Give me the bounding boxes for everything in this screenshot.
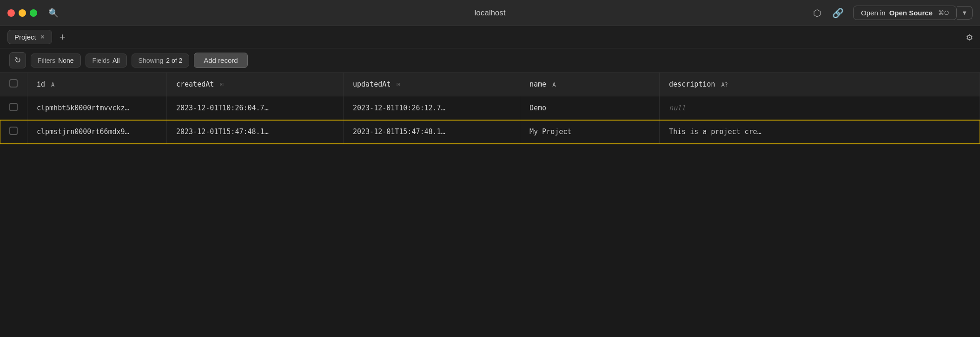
header-checkbox-cell[interactable] [0,73,27,96]
col-header-createdAt[interactable]: createdAt ⊡ [167,73,344,96]
id-sort-icon: A [51,81,54,88]
add-record-button[interactable]: Add record [194,53,247,68]
col-name-label: name [530,80,546,88]
row-checkbox-cell[interactable] [0,120,27,144]
showing-button[interactable]: Showing 2 of 2 [132,54,190,67]
row-checkbox-cell[interactable] [0,96,27,120]
cell-id: clpmstjrn0000rt66mdx9… [27,120,167,144]
fields-value: All [113,57,120,64]
cell-name: Demo [520,96,660,120]
fields-label: Fields [93,57,110,64]
showing-label: Showing [139,57,164,64]
close-button[interactable] [7,9,15,17]
search-icon: 🔍 [48,8,59,18]
table-container: id A createdAt ⊡ updatedAt ⊡ name A desc… [0,73,980,144]
open-in-label: Open in [861,9,886,17]
col-header-name[interactable]: name A [520,73,660,96]
minimize-button[interactable] [19,9,26,17]
updatedAt-filter-icon: ⊡ [397,81,400,88]
tabbar-settings: ⚙ [967,31,973,43]
tab-project[interactable]: Project ✕ [7,30,52,44]
titlebar-actions: ⬡ 🔗 Open in Open Source⌘O ▼ [811,6,973,20]
settings-icon[interactable]: ⚙ [967,31,973,43]
showing-value: 2 of 2 [166,57,182,64]
createdAt-filter-icon: ⊡ [220,81,224,88]
url-display: localhost [474,8,505,18]
cell-updatedAt: 2023-12-01T10:26:12.7… [344,96,520,120]
open-source-bold: Open Source [889,9,933,17]
table-row[interactable]: clpmstjrn0000rt66mdx9…2023-12-01T15:47:4… [0,120,980,144]
filters-label: Filters [38,57,55,64]
table-row[interactable]: clpmhbt5k0000rtmvvckz…2023-12-01T10:26:0… [0,96,980,120]
titlebar: 🔍 localhost ⬡ 🔗 Open in Open Source⌘O ▼ [0,0,980,26]
col-header-id[interactable]: id A [27,73,167,96]
cell-description: This is a project cre… [660,120,980,144]
col-header-updatedAt[interactable]: updatedAt ⊡ [344,73,520,96]
link-icon[interactable]: 🔗 [830,6,846,20]
col-createdAt-label: createdAt [176,80,214,88]
table-body: clpmhbt5k0000rtmvvckz…2023-12-01T10:26:0… [0,96,980,144]
data-table: id A createdAt ⊡ updatedAt ⊡ name A desc… [0,73,980,144]
row-checkbox[interactable] [9,127,18,135]
fields-button[interactable]: Fields All [86,54,127,67]
col-header-description[interactable]: description A? [660,73,980,96]
col-description-label: description [669,80,715,88]
toolbar: ↻ Filters None Fields All Showing 2 of 2… [0,48,980,73]
open-in-source-button[interactable]: Open in Open Source⌘O [853,6,957,20]
open-source-dropdown[interactable]: ▼ [957,6,973,20]
search-bar[interactable]: 🔍 [48,8,59,18]
traffic-lights [7,9,37,17]
cell-updatedAt: 2023-12-01T15:47:48.1… [344,120,520,144]
table-header-row: id A createdAt ⊡ updatedAt ⊡ name A desc… [0,73,980,96]
tab-close-icon[interactable]: ✕ [40,34,45,40]
row-checkbox[interactable] [9,103,18,111]
col-updatedAt-label: updatedAt [353,80,391,88]
tab-add-button[interactable]: + [56,30,69,44]
cell-createdAt: 2023-12-01T10:26:04.7… [167,96,344,120]
cell-id: clpmhbt5k0000rtmvvckz… [27,96,167,120]
cell-name: My Project [520,120,660,144]
name-sort-icon: A [552,81,556,88]
tabbar: Project ✕ + ⚙ [0,26,980,48]
cell-description: null [660,96,980,120]
tab-label: Project [14,33,36,41]
refresh-button[interactable]: ↻ [9,52,26,68]
open-source-shortcut: ⌘O [938,9,949,16]
cell-createdAt: 2023-12-01T15:47:48.1… [167,120,344,144]
filters-button[interactable]: Filters None [31,54,81,67]
filters-value: None [58,57,73,64]
maximize-button[interactable] [30,9,37,17]
description-sort-icon: A? [721,81,728,88]
select-all-checkbox[interactable] [9,79,18,88]
col-id-label: id [37,80,45,88]
share-icon[interactable]: ⬡ [811,6,823,20]
